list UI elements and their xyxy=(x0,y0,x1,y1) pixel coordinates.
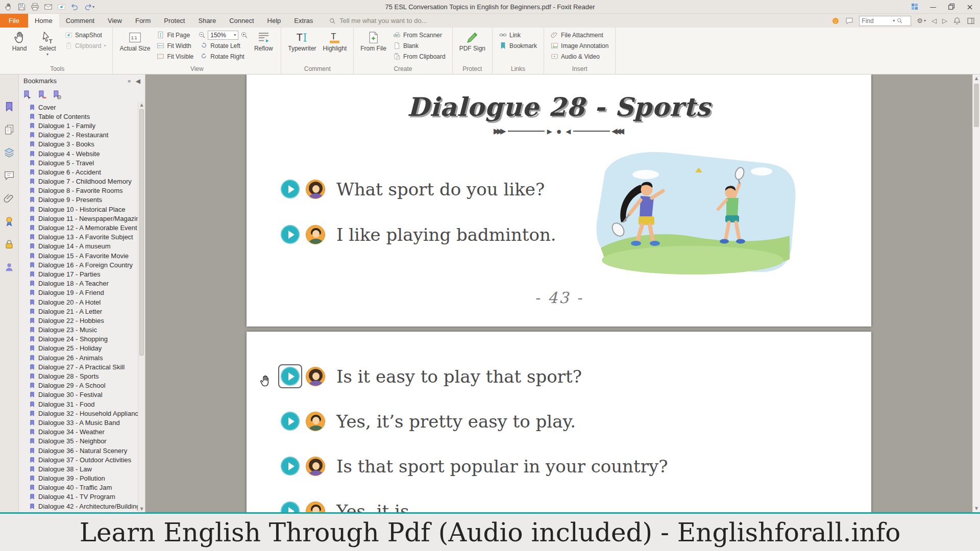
bookmark-item[interactable]: Dialogue 10 - Historical Place xyxy=(21,205,137,214)
save-icon[interactable] xyxy=(17,3,26,11)
bookmark-item[interactable]: Dialogue 35 - Neighbor xyxy=(21,437,137,446)
bookmark-item[interactable]: Dialogue 1 - Family xyxy=(21,121,137,130)
bookmark-item[interactable]: Dialogue 27 - A Practical Skill xyxy=(21,362,137,371)
restore-button[interactable] xyxy=(947,3,955,11)
link-button[interactable]: Link xyxy=(497,30,539,40)
panel-pin-icon[interactable]: » xyxy=(127,78,131,85)
bookmark-item[interactable]: Dialogue 13 - A Favorite Subject xyxy=(21,233,137,242)
bookmark-button[interactable]: Bookmark xyxy=(497,41,539,51)
settings-control[interactable]: ⚙ ▾ xyxy=(917,17,926,24)
bookmark-item[interactable]: Table of Contents xyxy=(21,112,137,121)
bookmark-item[interactable]: Dialogue 14 - A museum xyxy=(21,242,137,251)
clipboard-button[interactable]: Clipboard▾ xyxy=(63,41,108,51)
share-panel-icon[interactable] xyxy=(4,262,15,273)
bookmark-item[interactable]: Dialogue 18 - A Teacher xyxy=(21,279,137,288)
rotate-left-button[interactable]: Rotate Left xyxy=(198,41,248,51)
bookmark-item[interactable]: Dialogue 7 - Childhood Memory xyxy=(21,177,137,186)
tell-me-search[interactable]: Tell me what you want to do... xyxy=(329,14,427,28)
play-button[interactable] xyxy=(278,222,302,246)
from-scanner-button[interactable]: From Scanner xyxy=(391,30,448,40)
scroll-up-icon[interactable]: ▲ xyxy=(973,76,980,81)
find-caret-icon[interactable]: ▾ xyxy=(893,18,895,23)
find-search-icon[interactable] xyxy=(896,17,903,24)
tab-home[interactable]: Home xyxy=(28,14,59,28)
undo-icon[interactable] xyxy=(70,3,79,11)
find-box[interactable]: ▾ xyxy=(859,16,911,26)
gear-icon[interactable]: ⚙ xyxy=(917,17,923,24)
layout-panels-icon[interactable] xyxy=(967,17,975,25)
play-button[interactable] xyxy=(278,499,302,512)
bookmark-item[interactable]: Dialogue 37 - Outdoor Activities xyxy=(21,455,137,464)
bookmark-item[interactable]: Dialogue 19 - A Friend xyxy=(21,288,137,297)
play-button[interactable] xyxy=(278,409,302,433)
tab-form[interactable]: Form xyxy=(129,14,157,28)
highlight-button[interactable]: THighlight xyxy=(321,29,349,52)
notifications-bell-icon[interactable] xyxy=(953,17,961,25)
snapshot-icon[interactable] xyxy=(57,3,66,11)
bookmark-item[interactable]: Dialogue 33 - A Music Band xyxy=(21,418,137,427)
bookmark-item[interactable]: Dialogue 29 - A School xyxy=(21,381,137,390)
bookmark-item[interactable]: Dialogue 3 - Books xyxy=(21,140,137,149)
bookmark-item[interactable]: Dialogue 40 - Traffic Jam xyxy=(21,483,137,492)
tab-comment[interactable]: Comment xyxy=(59,14,101,28)
bookmark-item[interactable]: Dialogue 8 - Favorite Rooms xyxy=(21,186,137,195)
file-attachment-button[interactable]: File Attachment xyxy=(549,30,610,40)
redo-icon[interactable] xyxy=(84,3,92,11)
bookmark-item[interactable]: Dialogue 21 - A Letter xyxy=(21,307,137,316)
image-annotation-button[interactable]: Image Annotation xyxy=(549,41,610,51)
from-file-button[interactable]: From File xyxy=(358,29,388,52)
scroll-down-icon[interactable]: ▼ xyxy=(973,506,980,511)
tab-file[interactable]: File xyxy=(0,14,28,28)
play-button[interactable] xyxy=(278,177,302,201)
attachments-panel-icon[interactable] xyxy=(4,193,15,204)
audio-video-button[interactable]: Audio & Video xyxy=(549,52,610,61)
bookmark-item[interactable]: Dialogue 6 - Accident xyxy=(21,167,137,177)
zoom-level-select[interactable]: 150%▾ xyxy=(208,31,238,40)
comments-panel-icon[interactable] xyxy=(4,170,15,181)
qat-customize-caret[interactable]: ▾ xyxy=(92,5,94,9)
bookmarks-scrollbar[interactable]: ▲ ▼ xyxy=(138,102,145,512)
bookmark-item[interactable]: Dialogue 23 - Music xyxy=(21,325,137,335)
bookmark-item[interactable]: Dialogue 20 - A Hotel xyxy=(21,297,137,307)
bookmark-item[interactable]: Dialogue 15 - A Favorite Movie xyxy=(21,251,137,260)
select-button[interactable]: TSelect▾ xyxy=(35,29,60,57)
actual-size-button[interactable]: 1:1Actual Size xyxy=(117,29,152,52)
certificates-panel-icon[interactable] xyxy=(4,216,15,227)
bookmark-item[interactable]: Dialogue 26 - Animals xyxy=(21,353,137,362)
forward-icon[interactable]: ▷ xyxy=(942,17,947,24)
find-input[interactable] xyxy=(862,17,891,24)
app-grid-icon[interactable] xyxy=(911,3,919,11)
fit-visible-button[interactable]: Fit Visible xyxy=(155,52,195,61)
bookmark-item[interactable]: Dialogue 41 - TV Program xyxy=(21,492,137,502)
bookmark-item[interactable]: Dialogue 38 - Law xyxy=(21,464,137,473)
play-button[interactable] xyxy=(278,364,302,388)
scroll-up-icon[interactable]: ▲ xyxy=(138,103,145,107)
bookmark-item[interactable]: Dialogue 2 - Restaurant xyxy=(21,131,137,140)
expand-bookmark-icon[interactable] xyxy=(22,90,32,99)
back-icon[interactable]: ◁ xyxy=(932,17,937,24)
bookmark-item[interactable]: Dialogue 25 - Holiday xyxy=(21,344,137,353)
security-panel-icon[interactable] xyxy=(4,239,15,250)
bookmark-item[interactable]: Dialogue 34 - Weather xyxy=(21,428,137,437)
bookmark-item[interactable]: Dialogue 32 - Household Appliance xyxy=(21,409,137,418)
bookmark-item[interactable]: Dialogue 9 - Presents xyxy=(21,195,137,205)
scrollbar-thumb[interactable] xyxy=(139,109,144,356)
bookmark-item[interactable]: Dialogue 22 - Hobbies xyxy=(21,316,137,325)
tab-share[interactable]: Share xyxy=(191,14,223,28)
tab-extras[interactable]: Extras xyxy=(287,14,320,28)
bookmark-item[interactable]: Dialogue 11 - Newspaper/Magazine xyxy=(21,214,137,223)
zoom-out-icon[interactable] xyxy=(198,31,206,39)
bookmark-item[interactable]: Dialogue 31 - Food xyxy=(21,399,137,409)
tab-help[interactable]: Help xyxy=(261,14,288,28)
zoom-in-icon[interactable] xyxy=(240,31,248,39)
document-scrollbar[interactable]: ▲ ▼ xyxy=(972,74,980,512)
bookmark-item[interactable]: Dialogue 17 - Parties xyxy=(21,269,137,279)
comment-bubble-icon[interactable] xyxy=(845,17,853,25)
feedback-smiley-icon[interactable] xyxy=(831,17,840,25)
bookmark-item[interactable]: Dialogue 39 - Pollution xyxy=(21,474,137,483)
mail-icon[interactable] xyxy=(44,3,53,11)
bookmark-item[interactable]: Dialogue 4 - Website xyxy=(21,149,137,158)
bookmark-item[interactable]: Dialogue 30 - Festival xyxy=(21,390,137,399)
hand-button[interactable]: Hand xyxy=(7,29,32,52)
bookmark-item[interactable]: Dialogue 5 - Travel xyxy=(21,158,137,167)
